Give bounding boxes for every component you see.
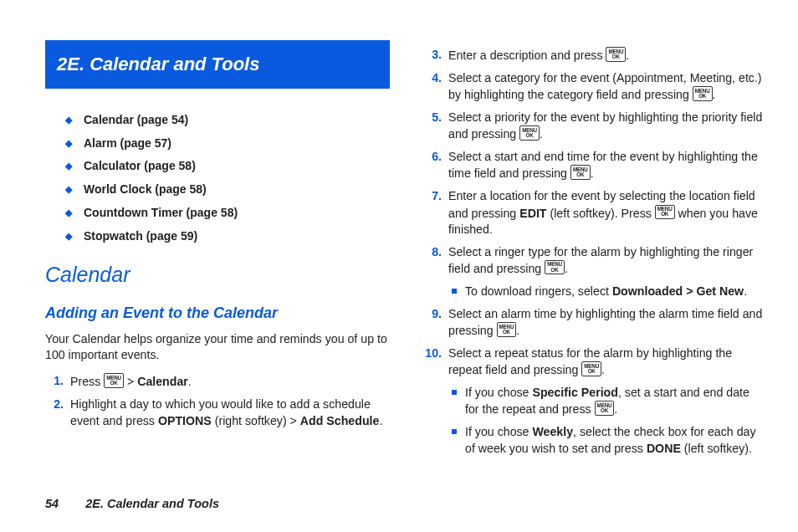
left-column: 2E. Calendar and Tools ◆Calendar (page 5… [45, 40, 390, 463]
menu-ok-key-icon: MENUOK [693, 86, 713, 101]
menu-ok-key-icon: MENUOK [104, 373, 124, 388]
menu-ok-key-icon: MENUOK [519, 125, 540, 141]
diamond-icon: ◆ [65, 231, 72, 241]
sub-list: If you chose Specific Period, set a star… [448, 385, 765, 456]
footer-title: 2E. Calendar and Tools [85, 497, 219, 510]
chapter-title: 2E. Calendar and Tools [45, 40, 390, 89]
sub-item: If you chose Weekly, select the check bo… [452, 424, 765, 456]
menu-ok-key-icon: MENUOK [570, 165, 591, 180]
toc-item[interactable]: ◆Countdown Timer (page 58) [65, 205, 390, 221]
diamond-icon: ◆ [65, 161, 72, 171]
step-item: Select an alarm time by highlighting the… [420, 306, 765, 339]
diamond-icon: ◆ [65, 207, 72, 217]
step-item: Highlight a day to which you would like … [45, 396, 390, 428]
right-column: Enter a description and press MENUOK. Se… [420, 40, 765, 463]
toc-item[interactable]: ◆World Clock (page 58) [65, 182, 390, 197]
sub-item: To download ringers, select Downloaded >… [452, 284, 765, 299]
diamond-icon: ◆ [65, 138, 72, 148]
step-item: Press MENUOK > Calendar. [45, 373, 390, 390]
step-item: Select a repeat status for the alarm by … [420, 345, 765, 457]
step-item: Select a priority for the event by highl… [420, 110, 765, 142]
step-item: Select a ringer type for the alarm by hi… [420, 244, 765, 299]
menu-ok-key-icon: MENUOK [581, 361, 601, 376]
sub-list: To download ringers, select Downloaded >… [448, 284, 765, 299]
intro-text: Your Calendar helps organize your time a… [45, 331, 390, 363]
diamond-icon: ◆ [65, 184, 72, 194]
subsection-heading: Adding an Event to the Calendar [45, 303, 390, 323]
toc-item[interactable]: ◆Stopwatch (page 59) [65, 228, 390, 244]
menu-ok-key-icon: MENUOK [595, 401, 615, 416]
toc-item[interactable]: ◆Alarm (page 57) [65, 136, 390, 151]
steps-list-right: Enter a description and press MENUOK. Se… [420, 47, 765, 457]
step-item: Enter a description and press MENUOK. [420, 47, 765, 64]
menu-ok-key-icon: MENUOK [655, 205, 675, 220]
menu-ok-key-icon: MENUOK [545, 260, 565, 275]
section-heading: Calendar [45, 261, 390, 289]
diamond-icon: ◆ [65, 115, 72, 125]
toc-list: ◆Calendar (page 54) ◆Alarm (page 57) ◆Ca… [45, 112, 390, 244]
steps-list-left: Press MENUOK > Calendar. Highlight a day… [45, 373, 390, 428]
toc-item[interactable]: ◆Calendar (page 54) [65, 112, 390, 128]
page-number: 54 [45, 497, 59, 510]
menu-ok-key-icon: MENUOK [497, 322, 517, 337]
step-item: Select a category for the event (Appoint… [420, 70, 765, 103]
page-content: 2E. Calendar and Tools ◆Calendar (page 5… [0, 0, 798, 489]
toc-item[interactable]: ◆Calculator (page 58) [65, 158, 390, 174]
sub-item: If you chose Specific Period, set a star… [452, 385, 765, 417]
step-item: Select a start and end time for the even… [420, 149, 765, 182]
page-footer: 54 2E. Calendar and Tools [45, 497, 219, 510]
menu-ok-key-icon: MENUOK [606, 47, 626, 62]
step-item: Enter a location for the event by select… [420, 188, 765, 237]
